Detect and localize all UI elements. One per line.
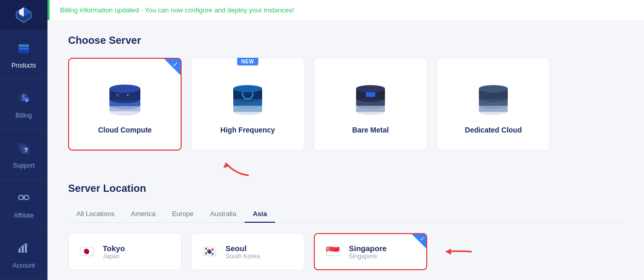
main-content: Billing information updated - You can no… [47, 0, 644, 280]
server-location-title: Server Location [68, 183, 623, 194]
svg-text:$: $ [26, 98, 28, 103]
tab-asia[interactable]: Asia [245, 206, 275, 223]
svg-marker-54 [446, 249, 451, 255]
svg-point-52 [479, 85, 508, 92]
location-cards-container: 🇯🇵 Tokyo Japan 🇰🇷 Seoul South Korea 🇸🇬 [68, 233, 623, 270]
svg-text:+: + [126, 93, 129, 97]
sidebar-item-billing-label: Billing [15, 112, 32, 119]
sidebar-item-account[interactable]: Account [0, 230, 47, 280]
sidebar-item-products-label: Products [11, 62, 36, 69]
svg-marker-53 [223, 163, 230, 168]
sidebar-item-billing[interactable]: $ $ Billing [0, 80, 47, 130]
server-card-dedicated-cloud[interactable]: Dedicated Cloud [437, 58, 550, 151]
singapore-red-arrow [441, 242, 477, 261]
tokyo-flag: 🇯🇵 [77, 242, 95, 261]
link-icon [17, 190, 31, 208]
server-card-cloud-compute[interactable]: N × + Cloud Compute [68, 58, 182, 151]
dollar-icon: $ $ [17, 90, 31, 108]
sidebar-item-support-label: Support [13, 162, 35, 169]
tab-all-locations[interactable]: All Locations [68, 206, 123, 223]
tab-europe[interactable]: Europe [164, 206, 202, 223]
singapore-flag: 🇸🇬 [323, 242, 342, 261]
sidebar-item-account-label: Account [12, 262, 35, 269]
bare-metal-label: Bare Metal [352, 126, 389, 134]
singapore-info: Singapore Singapore [349, 244, 387, 260]
seoul-flag: 🇰🇷 [200, 242, 218, 261]
selected-checkmark [164, 59, 181, 75]
seoul-info: Seoul South Korea [226, 244, 260, 260]
layers-icon [17, 40, 31, 58]
location-card-tokyo[interactable]: 🇯🇵 Tokyo Japan [68, 233, 182, 270]
tokyo-country: Japan [103, 253, 125, 260]
singapore-country: Singapore [349, 253, 387, 260]
sidebar: Products $ $ Billing ? Support [0, 0, 47, 280]
singapore-arrow-annotation [441, 233, 477, 270]
high-frequency-icon [224, 74, 271, 121]
svg-point-37 [233, 85, 262, 92]
svg-rect-3 [19, 44, 29, 47]
logo[interactable] [0, 0, 47, 30]
dedicated-cloud-icon [470, 74, 517, 121]
question-icon: ? [17, 140, 31, 158]
location-card-singapore[interactable]: 🇸🇬 Singapore Singapore [314, 233, 427, 270]
location-tabs: All Locations America Europe Australia A… [68, 206, 623, 223]
chart-icon [17, 240, 31, 258]
sidebar-item-support[interactable]: ? Support [0, 130, 47, 180]
svg-point-45 [356, 85, 385, 92]
tokyo-city: Tokyo [103, 244, 125, 253]
arrow-annotation [220, 159, 623, 177]
red-arrow-svg [220, 159, 251, 177]
svg-point-28 [109, 85, 140, 93]
singapore-city: Singapore [349, 244, 387, 253]
high-frequency-label: High Frequency [220, 126, 275, 134]
banner-message: Billing information updated - You can no… [60, 6, 294, 14]
server-card-bare-metal[interactable]: Bare Metal [314, 58, 427, 151]
tab-australia[interactable]: Australia [202, 206, 245, 223]
billing-banner: Billing information updated - You can no… [47, 0, 644, 20]
location-card-seoul[interactable]: 🇰🇷 Seoul South Korea [191, 233, 304, 270]
tab-america[interactable]: America [123, 206, 164, 223]
cloud-compute-icon: N × + [102, 74, 148, 121]
new-badge: NEW [237, 58, 259, 65]
server-card-high-frequency[interactable]: NEW [191, 58, 304, 151]
svg-text:N: N [116, 93, 119, 97]
svg-text:?: ? [24, 147, 28, 153]
bare-metal-icon [347, 74, 394, 121]
server-cards-container: N × + Cloud Compute NEW [68, 58, 623, 151]
sidebar-item-affiliate-label: Affiliate [13, 212, 34, 219]
content-area: Choose Server [47, 20, 644, 280]
cloud-compute-label: Cloud Compute [98, 126, 152, 134]
dedicated-cloud-label: Dedicated Cloud [465, 126, 522, 134]
sidebar-item-products[interactable]: Products [0, 30, 47, 80]
seoul-city: Seoul [226, 244, 260, 253]
seoul-country: South Korea [226, 253, 260, 260]
choose-server-title: Choose Server [68, 35, 623, 46]
svg-rect-4 [19, 47, 29, 50]
singapore-checkmark [412, 234, 426, 249]
tokyo-info: Tokyo Japan [103, 244, 125, 260]
svg-rect-5 [19, 51, 29, 53]
sidebar-item-affiliate[interactable]: Affiliate [0, 180, 47, 230]
